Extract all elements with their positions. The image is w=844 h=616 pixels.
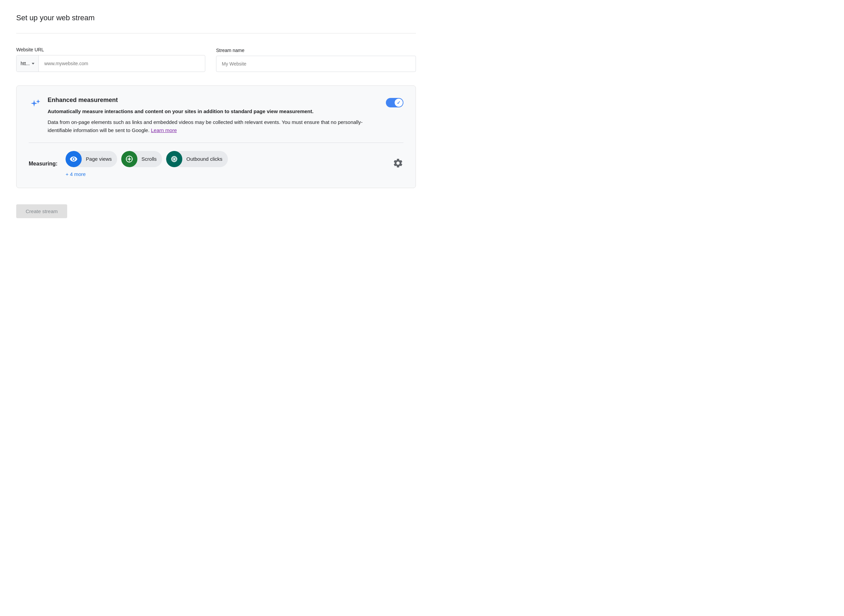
page-views-icon: [66, 151, 82, 167]
enhanced-header-text: Enhanced measurement Automatically measu…: [48, 97, 381, 134]
toggle-check-icon: ✓: [397, 100, 401, 105]
protocol-value: htt...: [21, 61, 30, 66]
svg-point-3: [173, 158, 175, 160]
chips-row: Page views Scrolls: [66, 151, 393, 167]
measuring-chips-wrapper: Page views Scrolls: [66, 151, 393, 177]
page-views-label: Page views: [82, 156, 117, 162]
stream-name-label: Stream name: [216, 48, 416, 53]
dropdown-arrow-icon: [32, 63, 34, 65]
protocol-dropdown[interactable]: htt...: [16, 56, 39, 72]
url-section: Website URL htt... Stream name: [16, 47, 416, 72]
more-link[interactable]: + 4 more: [66, 171, 86, 177]
website-url-group: Website URL htt...: [16, 47, 205, 72]
enhanced-measurement-card: Enhanced measurement Automatically measu…: [16, 85, 416, 188]
toggle-thumb: ✓: [395, 98, 403, 107]
scrolls-icon: [121, 151, 138, 167]
settings-icon[interactable]: [393, 158, 403, 170]
section-divider: [16, 33, 416, 34]
chip-page-views[interactable]: Page views: [66, 151, 117, 167]
stream-name-input[interactable]: [216, 56, 416, 72]
chip-scrolls[interactable]: Scrolls: [121, 151, 162, 167]
create-stream-button[interactable]: Create stream: [16, 204, 67, 218]
toggle-track: ✓: [386, 98, 403, 107]
outbound-clicks-icon: [166, 151, 182, 167]
measuring-label: Measuring:: [29, 161, 57, 167]
scrolls-label: Scrolls: [138, 156, 162, 162]
url-input-wrapper: htt...: [16, 55, 205, 72]
enhanced-description-bold: Automatically measure interactions and c…: [48, 108, 381, 116]
enhanced-toggle[interactable]: ✓: [386, 98, 403, 107]
enhanced-description: Data from on-page elements such as links…: [48, 118, 381, 134]
learn-more-link[interactable]: Learn more: [151, 127, 177, 133]
url-text-input[interactable]: [39, 56, 205, 72]
chip-outbound-clicks[interactable]: Outbound clicks: [166, 151, 228, 167]
more-row: + 4 more: [66, 171, 393, 177]
card-divider: [29, 142, 403, 143]
stream-name-group: Stream name: [216, 48, 416, 72]
page-title: Set up your web stream: [16, 13, 416, 22]
enhanced-title: Enhanced measurement: [48, 97, 381, 104]
sparkle-icon: [29, 97, 42, 112]
enhanced-header: Enhanced measurement Automatically measu…: [29, 97, 403, 134]
measuring-row: Measuring: Page views: [29, 151, 403, 177]
outbound-clicks-label: Outbound clicks: [182, 156, 228, 162]
website-url-label: Website URL: [16, 47, 205, 52]
